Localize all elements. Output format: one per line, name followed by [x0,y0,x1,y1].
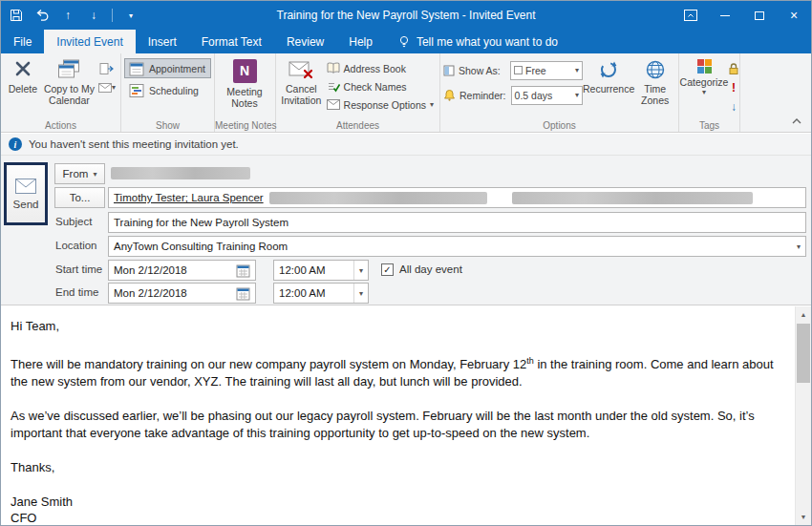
copy-to-my-calendar-button[interactable]: Copy to My Calendar [42,56,97,117]
next-item-button[interactable]: ↓ [86,6,101,25]
reminder-label: Reminder: [459,90,507,101]
free-status-icon [514,66,523,74]
categorize-button[interactable]: Categorize ▾ [682,56,726,117]
forward-button[interactable] [98,60,116,76]
copy-to-my-calendar-label: Copy to My Calendar [42,83,97,106]
subject-field[interactable]: Training for the New Payroll System [108,212,806,233]
signature-title: CFO [11,510,782,526]
options-group-label: Options [440,120,678,131]
start-time-label: Start time [55,263,102,275]
send-button[interactable]: Send [4,162,48,225]
scroll-down-button[interactable]: ▼ [796,509,811,525]
address-book-label: Address Book [344,63,406,74]
next-item-icon: ↓ [91,9,96,22]
chevron-down-icon: ▾ [575,66,579,74]
check-names-label: Check Names [344,81,407,93]
ribbon-display-options-icon [684,10,697,21]
vertical-scrollbar[interactable]: ▲ ▼ [795,306,811,525]
response-options-button[interactable]: Response Options ▾ [324,95,437,114]
minimize-button[interactable] [708,1,742,30]
tab-review[interactable]: Review [274,30,336,53]
attendees-group-label: Attendees [276,120,439,131]
location-dropdown-icon[interactable]: ▾ [797,242,801,251]
response-options-icon [327,99,340,110]
to-button[interactable]: To... [54,187,105,208]
tab-format-text[interactable]: Format Text [189,30,274,53]
mail-icon [98,83,112,93]
outlook-meeting-window: Training for the New Payroll System - In… [0,0,812,526]
chevron-down-icon: ▾ [93,170,96,179]
appointment-button[interactable]: Appointment [124,58,211,78]
message-body-area[interactable]: Hi Team, There will be mandatory trainin… [1,305,811,525]
delete-button[interactable]: Delete [4,56,42,117]
quick-access-toolbar: ↑ ↓ ▾ [9,1,139,30]
lightbulb-icon [398,35,410,49]
send-label: Send [13,199,39,210]
to-recipients: Timothy Tester; Laura Spencer [114,192,264,203]
start-date-field[interactable]: Mon 2/12/2018 [108,260,256,281]
customize-quick-access-button[interactable]: ▾ [123,6,139,25]
meeting-notes-button[interactable]: N Meeting Notes [218,56,271,117]
previous-item-button[interactable]: ↑ [60,6,75,25]
more-actions-button[interactable]: ▾ [98,79,116,95]
to-recipient-redacted [269,192,487,204]
date-picker-icon[interactable] [236,286,250,301]
send-icon [15,179,36,194]
recurrence-button[interactable]: Recurrence [583,56,634,117]
high-importance-icon: ! [732,81,736,95]
date-picker-icon[interactable] [236,263,250,278]
ribbon-group-tags: Categorize ▾ ! ↓ Tags [679,53,740,132]
copy-calendar-icon [57,59,80,80]
scrollbar-thumb[interactable] [797,324,810,383]
low-importance-icon: ↓ [731,100,737,114]
reminder-dropdown[interactable]: 0.5 days ▾ [511,86,583,105]
address-book-button[interactable]: Address Book [324,59,437,77]
tell-me-box[interactable]: Tell me what you want to do [398,30,558,53]
to-recipient-redacted [512,192,753,204]
undo-button[interactable] [34,6,50,25]
chevron-down-icon[interactable]: ▾ [353,284,368,303]
reminder-bell-icon [443,89,456,101]
check-names-button[interactable]: Check Names [324,77,437,95]
end-time-dropdown[interactable]: 12:00 AM ▾ [273,283,369,304]
cancel-invitation-button[interactable]: Cancel Invitation [279,56,324,117]
from-button[interactable]: From ▾ [54,163,105,184]
show-group-label: Show [121,120,214,131]
chevron-down-icon: ▾ [430,100,434,109]
show-as-dropdown[interactable]: Free ▾ [510,61,583,80]
tab-insert[interactable]: Insert [136,30,189,53]
save-icon [10,9,23,22]
end-date-field[interactable]: Mon 2/12/2018 [108,283,256,304]
collapse-ribbon-button[interactable] [789,115,804,128]
ribbon-tab-strip: File Invited Event Insert Format Text Re… [1,30,811,53]
tab-file[interactable]: File [1,30,44,53]
start-time-dropdown[interactable]: 12:00 AM ▾ [273,260,369,281]
end-date-value: Mon 2/12/2018 [114,287,187,299]
chevron-down-icon[interactable]: ▾ [353,261,368,280]
location-field[interactable]: AnyTown Consulting Training Room ▾ [108,236,806,257]
tab-help[interactable]: Help [336,30,385,53]
close-button[interactable]: × [777,1,811,30]
forward-icon [99,62,115,75]
recurrence-label: Recurrence [583,83,634,95]
all-day-event-checkbox[interactable]: ✓ [381,263,394,276]
delete-label: Delete [9,83,37,95]
end-time-value: 12:00 AM [279,287,326,299]
body-paragraph-text: There will be mandatory training on our … [11,357,526,371]
window-controls: × [673,1,811,30]
tab-invited-event[interactable]: Invited Event [44,30,135,53]
delete-icon [13,59,32,80]
maximize-button[interactable] [742,1,777,30]
scheduling-label: Scheduling [149,85,199,96]
scheduling-button[interactable]: Scheduling [124,80,211,100]
signature-name: Jane Smith [11,494,782,510]
meeting-form: Send From ▾ To... Timothy Tester; Laura … [1,156,811,305]
scroll-up-button[interactable]: ▲ [796,306,811,323]
time-zones-button[interactable]: Time Zones [634,56,675,117]
ribbon-display-options-button[interactable] [673,1,708,30]
categorize-label: Categorize [680,76,729,88]
to-field[interactable]: Timothy Tester; Laura Spencer [108,187,806,208]
infobar: i You haven't sent this meeting invitati… [1,134,811,156]
ribbon: Delete Copy to My Calendar [1,53,811,133]
save-button[interactable] [9,6,24,25]
